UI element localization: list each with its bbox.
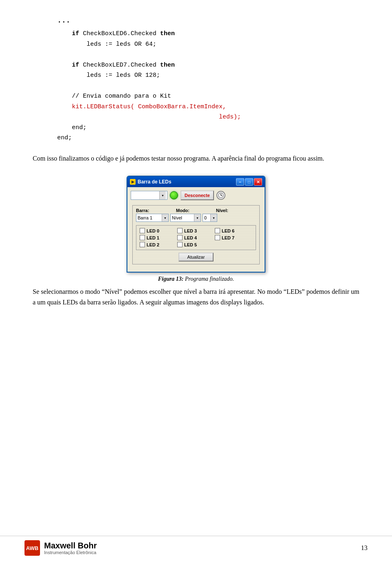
- code-red-2: leds);: [219, 114, 241, 121]
- close-button[interactable]: ✕: [254, 178, 262, 186]
- led-1-checkbox[interactable]: [140, 235, 145, 240]
- led-2-item: LED 2: [140, 242, 177, 247]
- app-window: ▶ Barra de LEDs – □ ✕ ▼: [127, 176, 265, 273]
- page-number: 13: [361, 544, 368, 552]
- led-1-item: LED 1: [140, 235, 177, 240]
- logo-text: Maxwell Bohr Instrumentação Eletrônica: [44, 541, 97, 555]
- code-line-comment: // Envia comando para o Kit: [57, 91, 359, 102]
- code-line-4: leds := leds OR 128;: [57, 70, 359, 81]
- barra-combo[interactable]: Barra 1 ▼: [136, 214, 169, 222]
- led-2-checkbox[interactable]: [140, 242, 145, 247]
- code-line-red2: leds);: [57, 112, 359, 123]
- clock-icon: [216, 191, 225, 200]
- code-line-1: if CheckBoxLED6.Checked then: [57, 29, 359, 39]
- led-6-label: LED 6: [222, 228, 234, 233]
- label-modo: Modo:: [176, 208, 216, 213]
- footer: AWB Maxwell Bohr Instrumentação Eletrôni…: [0, 536, 392, 556]
- keyword-then1: then: [160, 30, 175, 37]
- figure-caption: Figura 13: Programa finalizado.: [158, 276, 234, 282]
- led-3-label: LED 3: [184, 228, 197, 233]
- code-red-1: kit.LEDBarStatus( ComboBoxBarra.ItemInde…: [72, 103, 226, 110]
- svg-line-2: [221, 195, 222, 196]
- led-3-checkbox[interactable]: [177, 228, 183, 233]
- modo-combo[interactable]: Nível ▼: [170, 214, 201, 222]
- label-nivel: Nível:: [216, 208, 256, 213]
- led-4-label: LED 4: [184, 235, 197, 240]
- label-barra: Barra:: [136, 208, 176, 213]
- window-controls: – □ ✕: [236, 178, 262, 186]
- logo-name: Maxwell Bohr: [44, 541, 97, 550]
- code-line-red1: kit.LEDBarStatus( ComboBoxBarra.ItemInde…: [57, 102, 359, 112]
- led-section: Barra: Modo: Nível: Barra 1 ▼ Nível: [131, 203, 261, 268]
- led-4-checkbox[interactable]: [177, 235, 183, 240]
- keyword-if2: if: [72, 62, 79, 69]
- led-5-checkbox[interactable]: [177, 242, 183, 247]
- maximize-button[interactable]: □: [245, 178, 253, 186]
- update-button[interactable]: Atualizar: [178, 253, 214, 262]
- code-line-2: leds := leds OR 64;: [57, 39, 359, 50]
- code-line-blank1: [57, 49, 359, 60]
- window-titlebar: ▶ Barra de LEDs – □ ✕: [127, 177, 265, 187]
- figure-caption-text: Programa finalizado.: [184, 276, 234, 282]
- nivel-combo[interactable]: 0 ▼: [203, 214, 217, 222]
- footer-logo: AWB Maxwell Bohr Instrumentação Eletrôni…: [24, 540, 97, 556]
- prose-paragraph-1: Com isso finalizamos o código e já podem…: [33, 153, 359, 164]
- led-1-label: LED 1: [147, 235, 159, 240]
- controls-row: Barra 1 ▼ Nível ▼ 0 ▼: [136, 214, 256, 222]
- led-5-label: LED 5: [184, 242, 197, 247]
- page: ... if CheckBoxLED6.Checked then leds :=…: [0, 0, 392, 568]
- barra-combo-text: Barra 1: [136, 215, 162, 220]
- window-icon: ▶: [130, 179, 136, 185]
- code-block: if CheckBoxLED6.Checked then leds := led…: [33, 29, 359, 143]
- led-6-checkbox[interactable]: [215, 228, 220, 233]
- window-title: Barra de LEDs: [138, 179, 172, 185]
- code-line-end2: end;: [57, 133, 359, 143]
- toolbar: ▼ Desconecte: [131, 190, 261, 200]
- logo-icon: AWB: [24, 540, 40, 556]
- led-checkboxes-grid: LED 0 LED 3 LED 6: [140, 228, 252, 247]
- code-ellipsis: ...: [33, 16, 359, 25]
- led-0-label: LED 0: [147, 228, 159, 233]
- led-5-item: LED 5: [177, 242, 215, 247]
- minimize-button[interactable]: –: [236, 178, 244, 186]
- figure-container: ▶ Barra de LEDs – □ ✕ ▼: [33, 176, 359, 282]
- keyword-if1: if: [72, 30, 79, 37]
- led-6-item: LED 6: [215, 228, 252, 233]
- led-indicator: [170, 191, 178, 199]
- barra-combo-arrow[interactable]: ▼: [162, 214, 168, 221]
- led-7-item: LED 7: [215, 235, 252, 240]
- led-2-label: LED 2: [147, 242, 159, 247]
- port-combo-arrow[interactable]: ▼: [159, 191, 166, 199]
- logo-subtitle: Instrumentação Eletrônica: [44, 550, 97, 555]
- led-7-label: LED 7: [222, 235, 234, 240]
- modo-combo-arrow[interactable]: ▼: [194, 214, 200, 221]
- led-dotted-area: Barra: Modo: Nível: Barra 1 ▼ Nível: [132, 205, 260, 264]
- keyword-then2: then: [160, 62, 175, 69]
- code-line-3: if CheckBoxLED7.Checked then: [57, 60, 359, 71]
- code-line-end1: end;: [57, 123, 359, 133]
- led-7-checkbox[interactable]: [215, 235, 220, 240]
- led-checkboxes-area: LED 0 LED 3 LED 6: [136, 225, 256, 250]
- window-body: ▼ Desconecte: [127, 187, 265, 272]
- led-3-item: LED 3: [177, 228, 215, 233]
- connect-button[interactable]: Desconecte: [180, 190, 214, 200]
- prose-paragraph-2: Se selecionarmos o modo “Nível” podemos …: [33, 286, 359, 307]
- labels-row: Barra: Modo: Nível:: [136, 208, 256, 213]
- titlebar-left: ▶ Barra de LEDs: [130, 179, 172, 185]
- modo-combo-text: Nível: [171, 215, 194, 220]
- led-4-item: LED 4: [177, 235, 215, 240]
- nivel-combo-text: 0: [203, 215, 210, 220]
- port-combo[interactable]: ▼: [131, 191, 167, 200]
- led-0-checkbox[interactable]: [140, 228, 145, 233]
- nivel-combo-arrow[interactable]: ▼: [210, 214, 217, 221]
- led-0-item: LED 0: [140, 228, 177, 233]
- figure-caption-bold: Figura 13:: [158, 276, 184, 282]
- code-line-blank2: [57, 81, 359, 92]
